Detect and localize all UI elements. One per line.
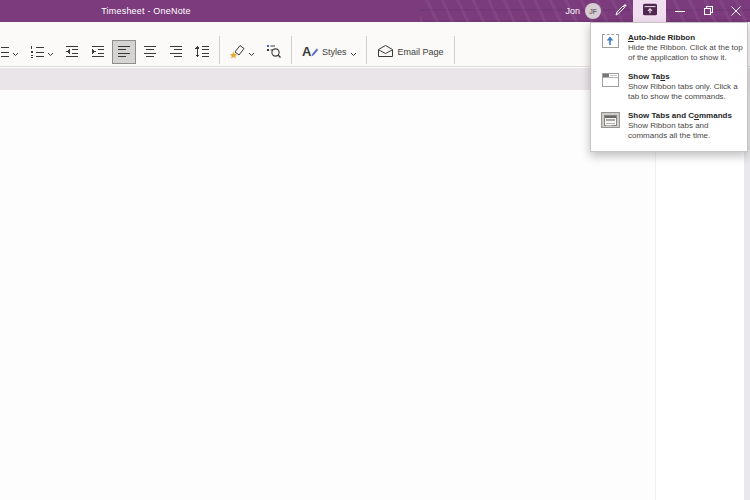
account-button[interactable]: Jon JF <box>561 0 607 22</box>
auto-hide-ribbon-icon <box>600 32 620 63</box>
menu-item-title: Auto-hide Ribbon <box>628 32 743 43</box>
onenote-window: Timesheet - OneNote Jon JF <box>0 0 750 500</box>
increase-indent-icon <box>90 43 106 62</box>
chevron-down-icon <box>350 45 357 60</box>
menu-item-show-tabs-and-commands[interactable]: Show Tabs and Commands Show Ribbon tabs … <box>591 106 747 145</box>
menu-item-description: Show Ribbon tabs and <box>628 121 732 131</box>
menu-item-title: Show Tabs and Commands <box>628 110 732 121</box>
email-page-button[interactable]: Email Page <box>372 40 449 64</box>
toolbar-separator <box>291 36 292 64</box>
increase-indent-button[interactable] <box>86 40 110 64</box>
menu-item-description: Show Ribbon tabs only. Click a <box>628 82 738 92</box>
styles-label: Styles <box>321 47 348 57</box>
tag-button[interactable] <box>225 40 259 64</box>
align-left-button[interactable] <box>112 40 136 64</box>
show-tabs-icon <box>600 71 620 102</box>
menu-item-description: tab to show the commands. <box>628 92 738 102</box>
avatar-initials: JF <box>589 8 597 15</box>
ink-pen-button[interactable] <box>607 0 633 22</box>
menu-item-text: Show Tabs Show Ribbon tabs only. Click a… <box>628 71 738 102</box>
restore-button[interactable] <box>694 0 722 22</box>
chevron-down-icon <box>248 45 255 60</box>
restore-icon <box>703 4 714 19</box>
email-page-label: Email Page <box>397 47 445 57</box>
menu-item-description: commands all the time. <box>628 131 732 141</box>
line-spacing-button[interactable] <box>190 40 214 64</box>
styles-icon: A <box>301 43 319 62</box>
menu-item-show-tabs[interactable]: Show Tabs Show Ribbon tabs only. Click a… <box>591 67 747 106</box>
decrease-indent-button[interactable] <box>60 40 84 64</box>
numbered-list-icon <box>29 43 45 62</box>
bullet-list-icon <box>0 43 10 62</box>
menu-item-text: Auto-hide Ribbon Hide the Ribbon. Click … <box>628 32 743 63</box>
align-right-icon <box>168 43 184 62</box>
toolbar-separator <box>219 36 220 64</box>
titlebar-controls: Jon JF <box>561 0 750 22</box>
minimize-icon <box>675 4 685 19</box>
chevron-down-icon <box>12 45 19 60</box>
chevron-down-icon <box>47 45 54 60</box>
align-center-icon <box>142 43 158 62</box>
close-icon <box>731 4 741 19</box>
user-name: Jon <box>565 6 580 16</box>
minimize-button[interactable] <box>666 0 694 22</box>
menu-item-title: Show Tabs <box>628 71 738 82</box>
tag-star-icon <box>229 43 246 62</box>
avatar: JF <box>585 3 601 19</box>
ribbon-display-options-button[interactable] <box>633 0 666 22</box>
show-tabs-and-commands-icon <box>600 110 620 141</box>
menu-item-description: of the application to show it. <box>628 53 743 63</box>
find-tags-icon <box>265 43 282 62</box>
email-icon <box>376 43 395 62</box>
align-left-icon <box>116 43 132 62</box>
ribbon-display-options-menu: Auto-hide Ribbon Hide the Ribbon. Click … <box>590 22 748 152</box>
styles-button[interactable]: A Styles <box>297 40 361 64</box>
window-title: Timesheet - OneNote <box>0 0 292 22</box>
svg-text:A: A <box>302 44 312 59</box>
bullets-button[interactable] <box>0 40 23 64</box>
menu-item-text: Show Tabs and Commands Show Ribbon tabs … <box>628 110 732 141</box>
toolbar-separator <box>454 36 455 64</box>
align-right-button[interactable] <box>164 40 188 64</box>
numbering-button[interactable] <box>25 40 58 64</box>
menu-item-auto-hide-ribbon[interactable]: Auto-hide Ribbon Hide the Ribbon. Click … <box>591 28 747 67</box>
find-tags-button[interactable] <box>261 40 286 64</box>
ink-pen-icon <box>612 2 628 21</box>
toolbar-separator <box>366 36 367 64</box>
line-spacing-icon <box>194 43 210 62</box>
align-center-button[interactable] <box>138 40 162 64</box>
ribbon-display-options-icon <box>642 3 658 19</box>
menu-item-description: Hide the Ribbon. Click at the top <box>628 43 743 53</box>
close-button[interactable] <box>722 0 750 22</box>
titlebar: Timesheet - OneNote Jon JF <box>0 0 750 22</box>
decrease-indent-icon <box>64 43 80 62</box>
